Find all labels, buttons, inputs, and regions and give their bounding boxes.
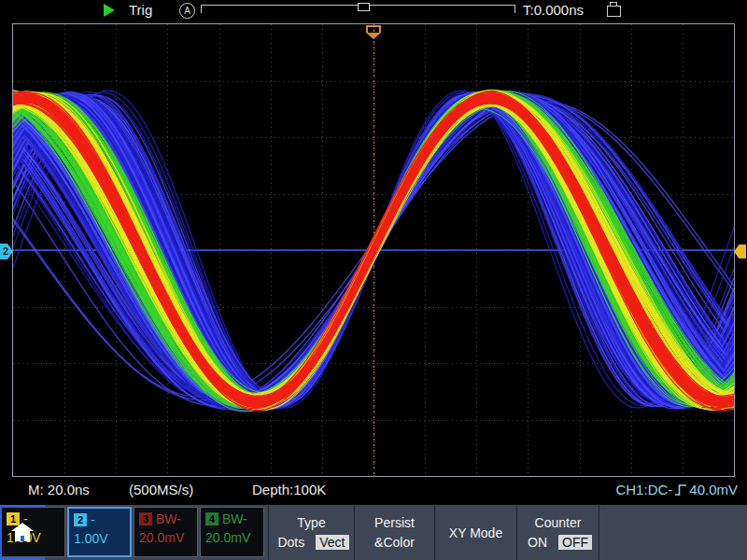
trigger-level-readout: 40.0mV (689, 482, 738, 497)
graticule (12, 23, 735, 477)
trigger-source-label: CH1:DC- (615, 482, 672, 497)
persist-line1: Persist (374, 515, 415, 530)
trigger-time-readout: T:0.000ns (523, 2, 584, 18)
timebase-readout: M: 20.0ns (28, 482, 90, 497)
channel-3-box[interactable]: 3BW- 20.0mV (134, 507, 198, 557)
rising-edge-icon (674, 483, 687, 497)
channel-4-badge: 4 (205, 512, 218, 525)
ch2-position-marker[interactable]: 2 (0, 244, 13, 259)
memory-position-bar[interactable] (201, 5, 515, 13)
channel-2-coupling: - (91, 512, 95, 527)
trig-label: Trig (129, 2, 152, 18)
channel-4-coupling: BW- (222, 511, 247, 526)
type-menu-title: Type (297, 515, 325, 530)
channel-3-coupling: BW- (156, 511, 181, 526)
menu-separator (599, 505, 599, 560)
sample-rate-readout: (500MS/s) (129, 482, 193, 497)
xy-mode-label: XY Mode (449, 525, 502, 540)
channel-4-scale: 20.0mV (205, 530, 259, 545)
printer-icon[interactable] (607, 6, 621, 17)
counter-title: Counter (535, 515, 582, 530)
home-icon (11, 523, 34, 543)
persist-line2: &Color (374, 535, 415, 550)
run-state-play-icon (104, 4, 115, 17)
counter-option-on[interactable]: ON (524, 535, 551, 550)
type-option-dots[interactable]: Dots (274, 535, 308, 550)
trigger-position-marker[interactable] (366, 25, 381, 33)
waveform-canvas (13, 24, 734, 476)
bottom-menu-bar: 1- 1.00V 2- 1.00V 3BW- 20.0mV 4BW- 20.0m… (0, 505, 747, 560)
channel-4-box[interactable]: 4BW- 20.0mV (200, 507, 264, 557)
oscilloscope-screen: Trig A T:0.000ns 2 M: 20.0ns (500MS/s) D… (0, 0, 747, 560)
channel-2-badge: 2 (74, 513, 87, 526)
counter-menu-button[interactable]: Counter ON OFF (517, 505, 599, 560)
type-menu-button[interactable]: Type Dots Vect (269, 505, 354, 560)
channel-2-box[interactable]: 2- 1.00V (67, 507, 132, 557)
trigger-level-marker[interactable] (734, 245, 746, 259)
memory-window-marker[interactable] (358, 3, 370, 11)
record-depth-readout: Depth:100K (252, 482, 326, 497)
channel-3-badge: 3 (139, 512, 152, 525)
xy-mode-menu-button[interactable]: XY Mode (435, 505, 516, 560)
persist-color-menu-button[interactable]: Persist &Color (355, 505, 434, 560)
channel-3-scale: 20.0mV (139, 530, 192, 545)
status-bar: M: 20.0ns (500MS/s) Depth:100K CH1:DC- 4… (0, 478, 747, 504)
trigger-info-readout: CH1:DC- 40.0mV (615, 482, 738, 497)
auto-trigger-icon: A (179, 3, 195, 19)
counter-option-off[interactable]: OFF (558, 535, 592, 550)
type-option-vect[interactable]: Vect (316, 535, 348, 550)
channel-2-scale: 1.00V (74, 531, 125, 546)
